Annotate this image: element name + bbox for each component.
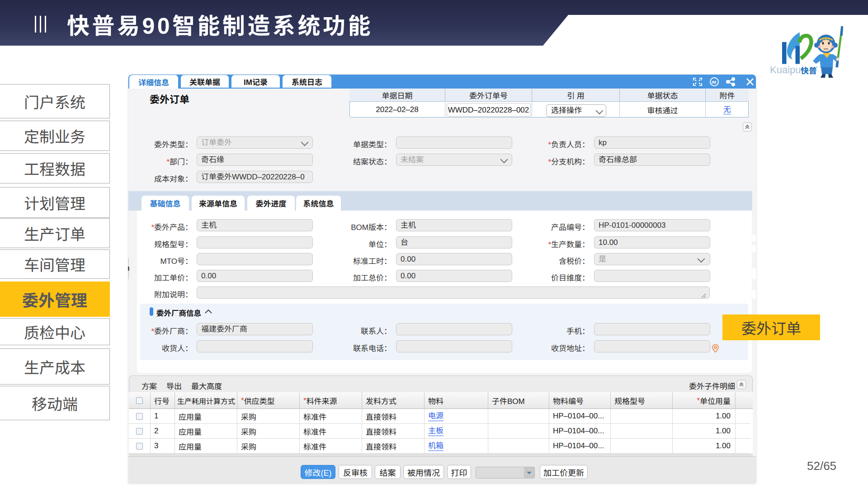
svg-text:Kuaipu: Kuaipu: [770, 64, 801, 75]
svg-text:*: *: [816, 66, 817, 70]
svg-text:快普: 快普: [801, 64, 817, 76]
svg-text:IM: IM: [712, 80, 716, 84]
